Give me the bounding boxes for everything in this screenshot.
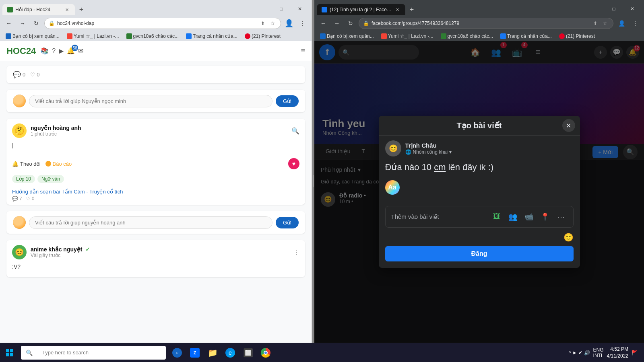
taskbar-edge-icon[interactable]: e — [222, 343, 238, 362]
follow-button[interactable]: 🔔 Theo dõi — [12, 161, 41, 167]
reply-input-2[interactable] — [29, 216, 272, 229]
minimize-button-right[interactable]: ─ — [586, 2, 605, 15]
edge-logo: e — [225, 348, 235, 358]
tab-hoc24-close[interactable]: ✕ — [64, 6, 70, 13]
close-button[interactable]: ✕ — [291, 2, 309, 15]
bookmark-1[interactable]: Bạn có bị xem quân... — [3, 33, 62, 40]
reload-button[interactable]: ↻ — [31, 18, 42, 29]
post1-link: Hướng dẫn soạn bài Tấm Cám - Truyện cổ t… — [6, 186, 305, 205]
fb-bookmark-1[interactable]: Bạn có bị xem quân... — [318, 33, 376, 40]
notification-flag[interactable]: 🚩 — [632, 350, 638, 356]
reply-input-1[interactable] — [29, 95, 272, 107]
like-button[interactable]: ♥ — [288, 158, 299, 169]
forward-button[interactable]: → — [17, 18, 28, 29]
tab-facebook-close[interactable]: ✕ — [394, 6, 400, 13]
bookmark-2[interactable]: Yumi ☆_ | Lazi.vn -... — [64, 33, 122, 40]
post1-search-icon[interactable]: 🔍 — [291, 127, 299, 135]
fb-reload-button[interactable]: ↻ — [345, 18, 356, 29]
reply-box-1: 💬 0 ♡ 0 — [6, 66, 305, 83]
post1-link-text[interactable]: Hướng dẫn soạn bài Tấm Cám - Truyện cổ t… — [12, 189, 123, 195]
question-icon[interactable]: ? — [52, 47, 56, 55]
hamburger-icon[interactable]: ≡ — [301, 47, 305, 55]
fb-modal-title: Tạo bài viết — [385, 121, 574, 130]
address-bar[interactable]: 🔒 hoc24.vn/hoi-dap ⬆ ☆ — [44, 18, 281, 29]
fb-bookmark-pinterest[interactable]: (21) Pinterest — [557, 33, 597, 40]
fb-back-button[interactable]: ← — [318, 18, 329, 29]
fb-photo-video-icon[interactable]: 🖼 — [490, 210, 503, 223]
tag-nguvăn[interactable]: Ngữ văn — [37, 175, 64, 183]
menu-button[interactable]: ⋮ — [297, 18, 308, 29]
close-button-right[interactable]: ✕ — [623, 2, 642, 15]
fb-location-icon[interactable]: 📍 — [539, 210, 551, 223]
like-icon-top: ♡ 0 — [30, 72, 39, 78]
fb-live-video-icon[interactable]: 📹 — [522, 210, 535, 223]
reply-send-button-1[interactable]: Gửi — [276, 95, 299, 107]
tag-lop10[interactable]: Lớp 10 — [12, 175, 35, 183]
fb-color-multicolor[interactable]: Aa — [385, 180, 400, 195]
post2-avatar: 😊 — [12, 245, 27, 259]
taskbar-chrome-icon[interactable] — [258, 343, 274, 362]
mail-icon[interactable]: ✉ — [78, 47, 83, 55]
fb-tag-people-icon[interactable]: 👥 — [506, 210, 519, 223]
fb-bookmark-2[interactable]: Yumi ☆_ | Lazi.vn -... — [379, 33, 436, 40]
fb-favicon — [322, 7, 327, 12]
bookmark-3[interactable]: gvcn10a6 chào các... — [124, 33, 181, 40]
fb-bookmark-3-label: gvcn10a6 chào các... — [448, 33, 493, 39]
taskbar-app-icon-5[interactable]: 🔲 — [240, 343, 256, 362]
fb-forward-button[interactable]: → — [331, 18, 343, 29]
fb-emoji-icon[interactable]: 🙂 — [564, 232, 574, 242]
taskbar-zalo-icon[interactable]: Z — [187, 343, 203, 362]
fb-more-options-icon[interactable]: ⋯ — [555, 210, 568, 223]
tab-hoc24-title: Hỏi đáp - Hoc24 — [15, 7, 61, 12]
fb-bookmark-4[interactable]: Trang cá nhân của... — [498, 33, 554, 40]
bookmark-1-label: Bạn có bị xem quân... — [12, 33, 60, 39]
fb-modal-overlay[interactable]: Tạo bài viết ✕ 😊 Trịnh Châu 🌐 Nhóm công … — [314, 41, 644, 343]
taskbar-apps: ○ Z 📁 e 🔲 — [169, 343, 274, 362]
video-icon[interactable]: ▶ — [59, 47, 64, 55]
hoc24-logo[interactable]: HOC24 — [6, 46, 36, 56]
report-button[interactable]: Báo cáo — [45, 161, 72, 167]
fb-bookmark-3[interactable]: gvcn10a6 chào các... — [438, 33, 495, 40]
back-button[interactable]: ← — [3, 18, 14, 29]
fb-share-icon[interactable]: ⬆ — [591, 19, 599, 27]
maximize-button-right[interactable]: □ — [605, 2, 623, 15]
taskbar-search[interactable]: 🔍 — [21, 346, 166, 360]
fb-profile-icon[interactable]: 👤 — [616, 18, 627, 29]
post2-body: :V? — [6, 261, 305, 277]
new-tab-button[interactable]: + — [76, 4, 87, 15]
posts-area: 💬 0 ♡ 0 Gửi 🤔 — [0, 61, 312, 288]
fb-menu-button[interactable]: ⋮ — [630, 18, 641, 29]
start-button[interactable] — [0, 343, 19, 362]
minimize-button[interactable]: ─ — [254, 2, 272, 15]
fb-post-button[interactable]: Đăng — [385, 246, 574, 261]
header-icons: 📚 ? ▶ 🔔 58 ✉ — [41, 47, 83, 55]
search-input[interactable] — [37, 346, 161, 360]
fb-bookmark-2-icon — [381, 33, 387, 39]
taskbar-files-icon[interactable]: 📁 — [204, 343, 221, 362]
profile-icon[interactable]: 👤 — [283, 18, 295, 29]
fb-poster-audience[interactable]: 🌐 Nhóm công khai ▾ — [405, 149, 452, 155]
maximize-button[interactable]: □ — [272, 2, 291, 15]
notification-icon[interactable]: 🔔 58 — [67, 47, 75, 55]
fb-modal-close-button[interactable]: ✕ — [562, 119, 575, 132]
star-icon[interactable]: ☆ — [268, 19, 277, 27]
post2-menu-icon[interactable]: ⋮ — [293, 249, 299, 256]
book-icon[interactable]: 📚 — [41, 47, 49, 55]
bookmark-4[interactable]: Trang cá nhân của... — [184, 33, 240, 40]
clock-time: 4:52 PM — [607, 346, 628, 353]
reply-send-button-2[interactable]: Gửi — [276, 217, 299, 228]
taskbar-cortana-icon[interactable]: ○ — [169, 343, 185, 362]
globe-icon: 🌐 — [405, 149, 411, 155]
fb-address-bar[interactable]: 🔒 facebook.com/groups/477549336481279 ⬆ … — [359, 18, 613, 29]
post1-body — [6, 140, 305, 156]
post2-meta: anime khắc nguyệt ✓ Vài giây trước — [31, 246, 289, 258]
fb-modal-footer: Thêm vào bài viết 🖼 👥 📹 📍 ⋯ 🙂 — [379, 206, 580, 268]
comment-icon: 💬 0 — [13, 71, 25, 78]
fb-new-tab-button[interactable]: + — [406, 4, 417, 15]
tab-facebook[interactable]: (12) Tinh yeu la gi ? | Facebook ✕ — [317, 4, 405, 15]
tab-hoc24[interactable]: Hỏi đáp - Hoc24 ✕ — [2, 4, 75, 15]
share-icon[interactable]: ⬆ — [259, 19, 267, 27]
bookmark-pinterest[interactable]: (21) Pinterest — [242, 33, 283, 40]
post1-tags: Lớp 10 Ngữ văn — [6, 173, 305, 186]
fb-star-icon[interactable]: ☆ — [601, 19, 609, 27]
